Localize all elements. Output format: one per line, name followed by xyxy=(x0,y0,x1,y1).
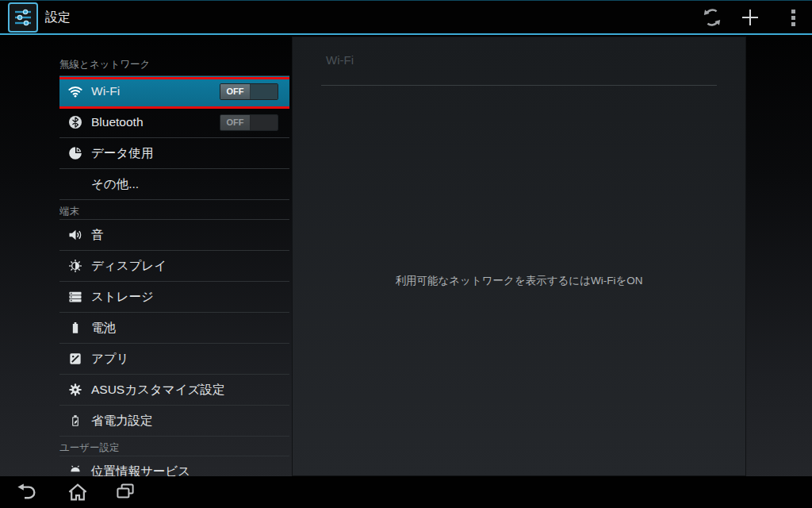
wifi-toggle[interactable]: OFF xyxy=(220,83,278,100)
sidebar-item-label: その他... xyxy=(91,176,139,193)
sidebar-item-label: アプリ xyxy=(91,351,129,368)
sidebar-item-power-saver[interactable]: 省電力設定 xyxy=(59,406,289,437)
home-icon xyxy=(66,480,90,504)
add-network-button[interactable] xyxy=(733,0,768,35)
battery-icon xyxy=(67,320,83,336)
wifi-icon xyxy=(67,83,83,99)
sidebar-item-label: Wi-Fi xyxy=(91,84,120,98)
settings-sidebar: 無線とネットワーク Wi-Fi OFF Bluetooth OFF xyxy=(59,37,289,476)
back-icon xyxy=(15,480,39,504)
sidebar-item-battery[interactable]: 電池 xyxy=(59,313,289,344)
data-usage-icon xyxy=(67,145,83,161)
page-title: 設定 xyxy=(45,0,71,35)
overflow-menu-button[interactable] xyxy=(776,0,810,35)
home-button[interactable] xyxy=(60,479,95,505)
sidebar-item-location-services[interactable]: 位置情報サービス xyxy=(59,456,289,476)
apps-icon xyxy=(67,351,83,367)
sidebar-item-label: Bluetooth xyxy=(91,115,144,129)
sidebar-item-label: ディスプレイ xyxy=(91,258,167,275)
sidebar-item-display[interactable]: ディスプレイ xyxy=(59,251,289,282)
bluetooth-toggle[interactable]: OFF xyxy=(220,114,278,131)
sync-button[interactable] xyxy=(695,0,730,35)
sidebar-item-label: ASUSカスタマイズ設定 xyxy=(91,382,224,398)
power-saver-icon xyxy=(67,413,83,429)
sidebar-item-data-usage[interactable]: データ使用 xyxy=(59,138,289,169)
panel-divider xyxy=(321,85,717,86)
storage-icon xyxy=(67,289,83,305)
gear-icon xyxy=(67,382,83,398)
recents-button[interactable] xyxy=(108,479,143,505)
sidebar-item-label: 音 xyxy=(91,227,104,244)
sidebar-item-label: 電池 xyxy=(91,320,116,337)
sidebar-item-label: ストレージ xyxy=(91,289,154,306)
back-button[interactable] xyxy=(10,479,44,505)
wifi-detail-panel: Wi-Fi 利用可能なネットワークを表示するにはWi-FiをON xyxy=(292,37,746,476)
recents-icon xyxy=(113,480,137,504)
sidebar-item-apps[interactable]: アプリ xyxy=(59,344,289,375)
system-nav-bar: 15:15 xyxy=(0,476,812,508)
sidebar-item-label: データ使用 xyxy=(91,145,153,162)
action-bar: 設定 xyxy=(0,0,812,35)
section-header-wireless: 無線とネットワーク xyxy=(59,37,289,76)
section-header-user: ユーザー設定 xyxy=(59,437,289,456)
sidebar-item-label: 省電力設定 xyxy=(91,413,153,429)
sync-icon xyxy=(702,7,722,28)
bluetooth-icon xyxy=(67,114,83,130)
sidebar-item-label: 位置情報サービス xyxy=(91,464,190,477)
display-icon xyxy=(67,258,83,274)
sidebar-item-bluetooth[interactable]: Bluetooth OFF xyxy=(59,107,289,138)
sound-icon xyxy=(67,227,83,243)
sidebar-item-wifi[interactable]: Wi-Fi OFF xyxy=(59,76,289,107)
settings-sliders-icon xyxy=(13,7,33,28)
sidebar-item-sound[interactable]: 音 xyxy=(59,220,289,251)
wifi-toggle-state: OFF xyxy=(220,84,251,99)
sidebar-item-storage[interactable]: ストレージ xyxy=(59,282,289,313)
wifi-toggle-track xyxy=(251,84,278,99)
plus-icon xyxy=(741,8,760,27)
wifi-empty-message: 利用可能なネットワークを表示するにはWi-FiをON xyxy=(293,274,745,288)
bluetooth-toggle-track xyxy=(251,115,278,130)
bluetooth-toggle-state: OFF xyxy=(220,115,251,130)
section-header-device: 端末 xyxy=(59,200,289,220)
sidebar-item-more[interactable]: その他... xyxy=(59,169,289,200)
panel-title: Wi-Fi xyxy=(326,53,354,67)
settings-app-icon[interactable] xyxy=(8,2,38,33)
location-icon xyxy=(67,464,83,476)
overflow-menu-icon xyxy=(791,10,795,26)
sidebar-item-asus-customized[interactable]: ASUSカスタマイズ設定 xyxy=(59,375,289,406)
